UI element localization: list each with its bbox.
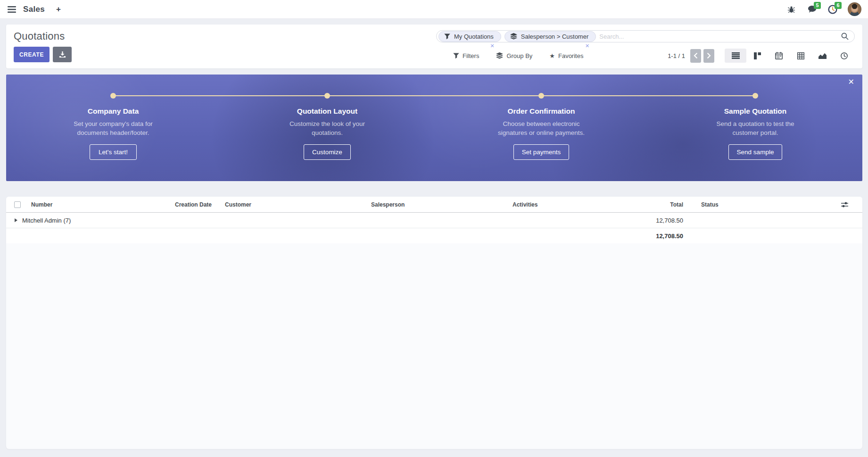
set-payments-button[interactable]: Set payments [513, 144, 570, 160]
groupby-label: Group By [506, 52, 532, 59]
search-bar[interactable]: My Quotations ✕ Salesperson > Customer ✕ [436, 30, 855, 42]
pivot-view-button[interactable] [790, 49, 811, 63]
list-header-row: Number Creation Date Customer Salesperso… [6, 197, 862, 213]
facet-remove-icon[interactable]: ✕ [585, 43, 589, 49]
select-all-checkbox[interactable] [14, 201, 21, 208]
export-button[interactable] [53, 47, 72, 62]
list-footer-row: 12,708.50 [6, 228, 862, 243]
favorites-label: Favorites [558, 52, 583, 59]
activity-view-button[interactable] [833, 49, 855, 63]
pager-text: 1-1 / 1 [668, 52, 685, 59]
step-title: Order Confirmation [434, 107, 648, 116]
app-name[interactable]: Sales [23, 5, 45, 14]
onboarding-banner: Company Data Set your company's data for… [6, 75, 862, 181]
quotations-list: Number Creation Date Customer Salesperso… [6, 197, 862, 449]
search-facet-my-quotations[interactable]: My Quotations ✕ [438, 31, 501, 42]
column-header-number[interactable]: Number [25, 201, 164, 208]
kanban-view-button[interactable] [746, 49, 768, 63]
column-header-activities[interactable]: Activities [506, 201, 614, 208]
column-header-creation-date[interactable]: Creation Date [164, 201, 218, 208]
step-description: Set your company's data for documents he… [70, 120, 157, 138]
search-facet-groupby[interactable]: Salesperson > Customer ✕ [504, 31, 596, 42]
footer-total: 12,708.50 [614, 233, 690, 240]
pager-next-button[interactable] [703, 49, 714, 63]
group-row-mitchell-admin[interactable]: Mitchell Admin (7) 12,708.50 [6, 213, 862, 228]
column-header-status[interactable]: Status [690, 201, 808, 208]
download-icon [59, 51, 66, 58]
view-switcher [725, 49, 855, 63]
star-icon: ★ [549, 53, 555, 59]
search-icon[interactable] [841, 33, 849, 40]
step-dot [752, 93, 758, 99]
debug-bug-icon[interactable] [783, 2, 800, 17]
group-total: 12,708.50 [614, 217, 690, 224]
step-dot [324, 93, 330, 99]
favorites-menu[interactable]: ★ Favorites [549, 52, 583, 59]
plus-icon[interactable]: + [56, 5, 61, 14]
onboarding-step-sample-quotation: Sample Quotation Send a quotation to tes… [648, 75, 862, 181]
messages-count-badge: 5 [814, 2, 821, 9]
layers-icon [510, 33, 517, 40]
step-description: Send a quotation to test the customer po… [712, 120, 799, 138]
step-description: Customize the look of your quotations. [284, 120, 371, 138]
onboarding-step-order-confirmation: Order Confirmation Choose between electr… [434, 75, 648, 181]
step-title: Quotation Layout [220, 107, 434, 116]
page-title: Quotations [14, 30, 72, 42]
create-button[interactable]: CREATE [14, 47, 50, 62]
graph-view-button[interactable] [811, 49, 833, 63]
step-dot [110, 93, 116, 99]
messages-icon[interactable]: 5 [803, 2, 820, 17]
apps-menu-icon[interactable] [8, 6, 16, 13]
filters-label: Filters [463, 52, 479, 59]
filter-icon [453, 53, 459, 59]
filters-menu[interactable]: Filters [453, 52, 479, 59]
filter-icon [444, 33, 450, 40]
group-expand-caret-icon[interactable] [15, 218, 17, 222]
customize-button[interactable]: Customize [304, 144, 351, 160]
groupby-menu[interactable]: Group By [496, 52, 532, 59]
banner-close-icon[interactable]: ✕ [848, 78, 854, 86]
calendar-view-button[interactable] [768, 49, 790, 63]
group-label: Mitchell Admin (7) [22, 217, 71, 224]
facet-label: My Quotations [454, 33, 494, 40]
onboarding-step-company-data: Company Data Set your company's data for… [6, 75, 220, 181]
facet-label: Salesperson > Customer [521, 33, 588, 40]
send-sample-button[interactable]: Send sample [728, 144, 783, 160]
step-dot [538, 93, 544, 99]
list-view-button[interactable] [725, 49, 746, 63]
top-navbar: Sales + 5 6 [0, 0, 868, 19]
control-panel: Quotations CREATE My Quotations ✕ [6, 25, 862, 68]
activities-count-badge: 6 [835, 2, 842, 9]
step-title: Sample Quotation [648, 107, 862, 116]
onboarding-step-quotation-layout: Quotation Layout Customize the look of y… [220, 75, 434, 181]
column-header-total[interactable]: Total [614, 201, 690, 208]
user-avatar[interactable] [848, 2, 861, 16]
lets-start-button[interactable]: Let's start! [90, 144, 137, 160]
step-description: Choose between electronic signatures or … [498, 120, 585, 138]
search-input[interactable] [599, 33, 841, 40]
step-title: Company Data [6, 107, 220, 116]
activities-clock-icon[interactable]: 6 [824, 2, 841, 17]
column-header-salesperson[interactable]: Salesperson [364, 201, 506, 208]
pager-previous-button[interactable] [690, 49, 701, 63]
column-header-customer[interactable]: Customer [218, 201, 364, 208]
layers-icon [496, 52, 503, 59]
facet-remove-icon[interactable]: ✕ [490, 43, 495, 49]
optional-columns-icon[interactable] [841, 201, 849, 208]
